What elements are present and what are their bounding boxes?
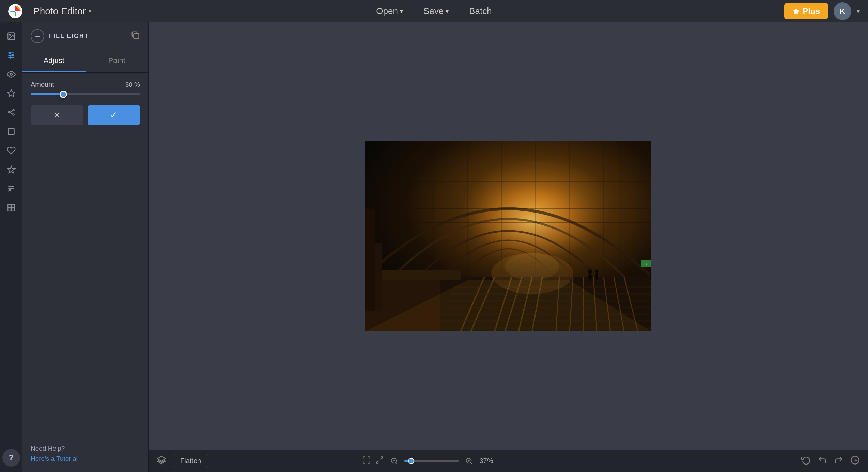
sidebar-item-heart[interactable] [3, 142, 19, 159]
side-panel: ← FILL LIGHT Adjust Paint [22, 22, 149, 472]
slider-track [31, 93, 140, 95]
cancel-button[interactable]: ✕ [31, 105, 83, 125]
icon-sidebar: A ? [0, 22, 22, 472]
svg-line-63 [396, 462, 397, 464]
panel-title: FILL LIGHT [49, 33, 89, 40]
svg-point-9 [10, 57, 11, 58]
help-heading: Need Help? [31, 445, 140, 452]
svg-marker-1 [793, 8, 799, 14]
photo-container: ↓ [365, 141, 651, 331]
help-tutorial-link[interactable]: Here's a Tutorial [31, 455, 78, 462]
svg-point-52 [588, 269, 592, 273]
save-chevron-icon: ▾ [446, 7, 449, 15]
zoom-in-button[interactable] [463, 455, 475, 467]
sidebar-bottom: ? [2, 449, 20, 467]
sidebar-item-crop[interactable] [3, 123, 19, 140]
sidebar-item-image[interactable] [3, 28, 19, 44]
expand-button[interactable] [375, 456, 384, 467]
help-section: Need Help? Here's a Tutorial [22, 435, 148, 472]
tab-adjust-label: Adjust [44, 56, 64, 65]
confirm-icon: ✓ [110, 110, 118, 121]
panel-header-left: ← FILL LIGHT [31, 29, 89, 43]
canvas-area: ↓ Flatten [149, 22, 868, 472]
flatten-button[interactable]: Flatten [173, 454, 208, 468]
plus-label: Plus [803, 6, 820, 16]
avatar-letter: K [840, 7, 845, 16]
svg-rect-19 [8, 204, 11, 207]
svg-point-7 [9, 52, 10, 53]
plus-button[interactable]: Plus [784, 3, 828, 19]
star-plus-icon [792, 7, 800, 15]
panel-back-button[interactable]: ← [31, 29, 44, 43]
zoom-slider-thumb[interactable] [408, 458, 414, 464]
svg-rect-20 [12, 204, 15, 207]
tab-paint[interactable]: Paint [86, 50, 149, 72]
svg-rect-22 [12, 208, 15, 211]
redo-button[interactable] [834, 455, 843, 467]
svg-line-66 [471, 462, 472, 464]
svg-point-12 [8, 112, 10, 113]
slider-value: 30 % [125, 81, 140, 89]
refresh-button[interactable] [801, 455, 811, 467]
svg-rect-50 [375, 243, 382, 311]
zoom-value: 37% [479, 457, 500, 465]
zoom-slider-track [404, 460, 459, 462]
svg-point-14 [13, 114, 14, 115]
sidebar-item-adjust[interactable] [3, 47, 19, 63]
svg-rect-49 [365, 209, 375, 311]
svg-text:A: A [8, 188, 12, 193]
app-title-btn[interactable]: Photo Editor ▾ [33, 6, 91, 17]
panel-header: ← FILL LIGHT [22, 22, 148, 50]
help-button[interactable]: ? [2, 449, 20, 467]
avatar-button[interactable]: K [834, 2, 851, 20]
sidebar-item-text[interactable]: A [3, 180, 19, 197]
svg-marker-11 [7, 90, 15, 97]
sidebar-item-nodes[interactable] [3, 104, 19, 121]
svg-point-8 [12, 54, 13, 56]
undo-button[interactable] [818, 455, 827, 467]
confirm-button[interactable]: ✓ [88, 105, 140, 125]
zoom-out-button[interactable] [388, 455, 400, 467]
app-title-chevron-icon: ▾ [89, 8, 91, 14]
svg-rect-23 [134, 33, 139, 38]
svg-point-53 [595, 273, 598, 280]
topbar: Photo Editor ▾ Open ▾ Save ▾ Batch Plus … [0, 0, 868, 22]
app-title-text: Photo Editor [33, 6, 86, 17]
cancel-icon: ✕ [53, 110, 61, 121]
canvas-content: ↓ [149, 22, 868, 450]
svg-point-54 [595, 270, 599, 273]
photo-display[interactable]: ↓ [365, 141, 651, 331]
panel-tabs: Adjust Paint [22, 50, 148, 73]
open-button[interactable]: Open ▾ [373, 4, 406, 18]
history-button[interactable] [850, 455, 860, 467]
svg-point-3 [9, 34, 10, 35]
tab-adjust[interactable]: Adjust [22, 50, 86, 72]
topbar-right: Plus K ▾ [784, 2, 860, 20]
sidebar-item-texture[interactable] [3, 200, 19, 216]
layers-button[interactable] [157, 455, 166, 467]
slider-fill [31, 93, 63, 95]
batch-button[interactable]: Batch [466, 4, 495, 18]
topbar-center-nav: Open ▾ Save ▾ Batch [373, 4, 495, 18]
back-arrow-icon: ← [34, 32, 41, 40]
panel-content: Amount 30 % ✕ ✓ [22, 73, 148, 435]
svg-line-16 [10, 112, 13, 114]
svg-point-60 [505, 253, 559, 280]
sidebar-item-badge[interactable] [3, 161, 19, 178]
sidebar-item-star[interactable] [3, 85, 19, 101]
sidebar-item-eye[interactable] [3, 66, 19, 82]
avatar-chevron-icon[interactable]: ▾ [857, 7, 860, 15]
open-label: Open [376, 6, 398, 16]
save-button[interactable]: Save ▾ [420, 4, 452, 18]
save-label: Save [423, 6, 444, 16]
bottom-bar: Flatten [149, 450, 868, 472]
slider-label-row: Amount 30 % [31, 81, 140, 89]
svg-rect-17 [8, 128, 14, 134]
duplicate-icon[interactable] [130, 30, 140, 42]
slider-thumb[interactable] [60, 91, 67, 98]
app-logo[interactable] [8, 4, 22, 18]
main-layout: A ? ← FILL LIGHT [0, 22, 868, 472]
fit-screen-button[interactable] [362, 456, 371, 467]
bottom-right-icons [801, 455, 860, 467]
svg-point-10 [10, 73, 12, 76]
